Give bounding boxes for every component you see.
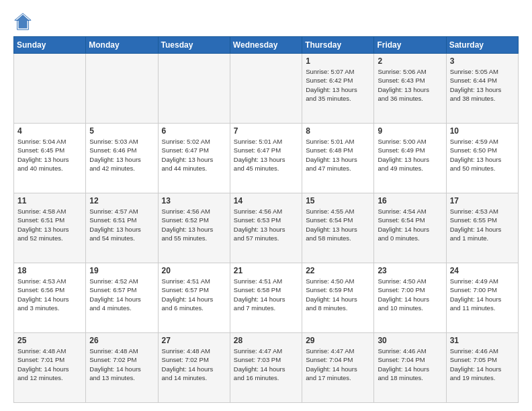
day-info: Sunrise: 4:50 AM Sunset: 7:00 PM Dayligh…: [378, 277, 442, 312]
day-number: 29: [306, 336, 370, 345]
calendar-cell-w3d6: 16Sunrise: 4:54 AM Sunset: 6:54 PM Dayli…: [374, 193, 446, 263]
calendar-cell-w4d5: 22Sunrise: 4:50 AM Sunset: 6:59 PM Dayli…: [302, 263, 374, 333]
day-number: 1: [306, 56, 370, 66]
calendar-cell-w5d4: 28Sunrise: 4:47 AM Sunset: 7:03 PM Dayli…: [230, 333, 302, 403]
day-number: 9: [378, 126, 442, 136]
day-info: Sunrise: 4:51 AM Sunset: 6:57 PM Dayligh…: [162, 277, 226, 312]
day-number: 7: [234, 126, 298, 136]
calendar-cell-w5d2: 26Sunrise: 4:48 AM Sunset: 7:02 PM Dayli…: [86, 333, 158, 403]
day-number: 4: [17, 126, 82, 136]
day-number: 24: [450, 266, 515, 275]
svg-marker-0: [16, 15, 30, 29]
calendar-cell-w2d6: 9Sunrise: 5:00 AM Sunset: 6:49 PM Daylig…: [374, 124, 446, 193]
day-number: 22: [306, 266, 370, 275]
day-info: Sunrise: 4:58 AM Sunset: 6:51 PM Dayligh…: [17, 207, 82, 242]
day-info: Sunrise: 5:01 AM Sunset: 6:48 PM Dayligh…: [306, 137, 370, 173]
day-info: Sunrise: 4:56 AM Sunset: 6:53 PM Dayligh…: [234, 207, 298, 242]
calendar-cell-w2d5: 8Sunrise: 5:01 AM Sunset: 6:48 PM Daylig…: [302, 124, 374, 193]
calendar-cell-w2d1: 4Sunrise: 5:04 AM Sunset: 6:45 PM Daylig…: [14, 124, 86, 193]
calendar-cell-w5d7: 31Sunrise: 4:46 AM Sunset: 7:05 PM Dayli…: [446, 333, 518, 403]
calendar-cell-w1d7: 3Sunrise: 5:05 AM Sunset: 6:44 PM Daylig…: [446, 54, 518, 124]
calendar-cell-w4d1: 18Sunrise: 4:53 AM Sunset: 6:56 PM Dayli…: [14, 263, 86, 333]
day-info: Sunrise: 5:00 AM Sunset: 6:49 PM Dayligh…: [378, 137, 442, 173]
calendar-week-5: 25Sunrise: 4:48 AM Sunset: 7:01 PM Dayli…: [14, 333, 519, 403]
day-info: Sunrise: 4:59 AM Sunset: 6:50 PM Dayligh…: [450, 137, 515, 173]
weekday-header-thursday: Thursday: [302, 37, 374, 54]
calendar-cell-w2d7: 10Sunrise: 4:59 AM Sunset: 6:50 PM Dayli…: [446, 124, 518, 193]
day-number: 5: [89, 126, 154, 136]
weekday-header-tuesday: Tuesday: [158, 37, 230, 54]
day-info: Sunrise: 4:56 AM Sunset: 6:52 PM Dayligh…: [162, 207, 226, 242]
day-number: 2: [378, 56, 442, 66]
day-number: 28: [234, 336, 298, 345]
calendar-cell-w4d6: 23Sunrise: 4:50 AM Sunset: 7:00 PM Dayli…: [374, 263, 446, 333]
calendar-table: SundayMondayTuesdayWednesdayThursdayFrid…: [13, 36, 519, 403]
calendar-cell-w3d5: 15Sunrise: 4:55 AM Sunset: 6:54 PM Dayli…: [302, 193, 374, 263]
calendar-cell-w4d7: 24Sunrise: 4:49 AM Sunset: 7:00 PM Dayli…: [446, 263, 518, 333]
weekday-header-saturday: Saturday: [446, 37, 518, 54]
day-number: 6: [162, 126, 226, 136]
day-info: Sunrise: 4:52 AM Sunset: 6:57 PM Dayligh…: [89, 277, 154, 312]
day-info: Sunrise: 4:48 AM Sunset: 7:02 PM Dayligh…: [162, 347, 226, 382]
day-info: Sunrise: 4:46 AM Sunset: 7:04 PM Dayligh…: [378, 347, 442, 382]
day-number: 31: [450, 336, 515, 345]
day-number: 25: [17, 336, 82, 345]
day-number: 19: [89, 266, 154, 275]
calendar-week-1: 1Sunrise: 5:07 AM Sunset: 6:42 PM Daylig…: [14, 54, 519, 124]
day-number: 27: [162, 336, 226, 345]
calendar-cell-w5d5: 29Sunrise: 4:47 AM Sunset: 7:04 PM Dayli…: [302, 333, 374, 403]
calendar-cell-w1d6: 2Sunrise: 5:06 AM Sunset: 6:43 PM Daylig…: [374, 54, 446, 124]
calendar-week-2: 4Sunrise: 5:04 AM Sunset: 6:45 PM Daylig…: [14, 124, 519, 193]
header: [13, 12, 519, 31]
day-info: Sunrise: 4:49 AM Sunset: 7:00 PM Dayligh…: [450, 277, 515, 312]
day-info: Sunrise: 4:57 AM Sunset: 6:51 PM Dayligh…: [89, 207, 154, 242]
calendar-cell-w2d3: 6Sunrise: 5:02 AM Sunset: 6:47 PM Daylig…: [158, 124, 230, 193]
calendar-cell-w3d2: 12Sunrise: 4:57 AM Sunset: 6:51 PM Dayli…: [86, 193, 158, 263]
weekday-header-wednesday: Wednesday: [230, 37, 302, 54]
day-info: Sunrise: 4:47 AM Sunset: 7:03 PM Dayligh…: [234, 347, 298, 382]
calendar-cell-w3d4: 14Sunrise: 4:56 AM Sunset: 6:53 PM Dayli…: [230, 193, 302, 263]
day-info: Sunrise: 5:04 AM Sunset: 6:45 PM Dayligh…: [17, 137, 82, 173]
calendar-cell-w5d1: 25Sunrise: 4:48 AM Sunset: 7:01 PM Dayli…: [14, 333, 86, 403]
logo-icon: [13, 12, 32, 31]
day-info: Sunrise: 5:07 AM Sunset: 6:42 PM Dayligh…: [306, 67, 370, 103]
day-info: Sunrise: 5:03 AM Sunset: 6:46 PM Dayligh…: [89, 137, 154, 173]
day-number: 23: [378, 266, 442, 275]
day-number: 18: [17, 266, 82, 275]
page: SundayMondayTuesdayWednesdayThursdayFrid…: [0, 0, 532, 411]
day-number: 26: [89, 336, 154, 345]
calendar-cell-w2d4: 7Sunrise: 5:01 AM Sunset: 6:47 PM Daylig…: [230, 124, 302, 193]
day-info: Sunrise: 4:55 AM Sunset: 6:54 PM Dayligh…: [306, 207, 370, 242]
calendar-cell-w4d3: 20Sunrise: 4:51 AM Sunset: 6:57 PM Dayli…: [158, 263, 230, 333]
day-number: 13: [162, 196, 226, 205]
calendar-week-3: 11Sunrise: 4:58 AM Sunset: 6:51 PM Dayli…: [14, 193, 519, 263]
calendar-cell-w3d3: 13Sunrise: 4:56 AM Sunset: 6:52 PM Dayli…: [158, 193, 230, 263]
day-info: Sunrise: 4:46 AM Sunset: 7:05 PM Dayligh…: [450, 347, 515, 382]
calendar-cell-w1d5: 1Sunrise: 5:07 AM Sunset: 6:42 PM Daylig…: [302, 54, 374, 124]
calendar-week-4: 18Sunrise: 4:53 AM Sunset: 6:56 PM Dayli…: [14, 263, 519, 333]
day-info: Sunrise: 4:53 AM Sunset: 6:56 PM Dayligh…: [17, 277, 82, 312]
day-info: Sunrise: 4:47 AM Sunset: 7:04 PM Dayligh…: [306, 347, 370, 382]
calendar-cell-w3d7: 17Sunrise: 4:53 AM Sunset: 6:55 PM Dayli…: [446, 193, 518, 263]
day-number: 30: [378, 336, 442, 345]
day-info: Sunrise: 4:53 AM Sunset: 6:55 PM Dayligh…: [450, 207, 515, 242]
day-number: 12: [89, 196, 154, 205]
day-number: 16: [378, 196, 442, 205]
logo: [13, 12, 35, 31]
day-number: 14: [234, 196, 298, 205]
day-info: Sunrise: 5:02 AM Sunset: 6:47 PM Dayligh…: [162, 137, 226, 173]
day-info: Sunrise: 4:50 AM Sunset: 6:59 PM Dayligh…: [306, 277, 370, 312]
calendar-header-row: SundayMondayTuesdayWednesdayThursdayFrid…: [14, 37, 519, 54]
calendar-cell-w1d2: [86, 54, 158, 124]
calendar-cell-w2d2: 5Sunrise: 5:03 AM Sunset: 6:46 PM Daylig…: [86, 124, 158, 193]
day-info: Sunrise: 5:01 AM Sunset: 6:47 PM Dayligh…: [234, 137, 298, 173]
day-number: 21: [234, 266, 298, 275]
calendar-cell-w5d3: 27Sunrise: 4:48 AM Sunset: 7:02 PM Dayli…: [158, 333, 230, 403]
day-info: Sunrise: 4:54 AM Sunset: 6:54 PM Dayligh…: [378, 207, 442, 242]
day-info: Sunrise: 5:06 AM Sunset: 6:43 PM Dayligh…: [378, 67, 442, 103]
calendar-cell-w1d3: [158, 54, 230, 124]
calendar-cell-w4d4: 21Sunrise: 4:51 AM Sunset: 6:58 PM Dayli…: [230, 263, 302, 333]
day-info: Sunrise: 4:48 AM Sunset: 7:02 PM Dayligh…: [89, 347, 154, 382]
day-info: Sunrise: 4:51 AM Sunset: 6:58 PM Dayligh…: [234, 277, 298, 312]
calendar-cell-w1d4: [230, 54, 302, 124]
